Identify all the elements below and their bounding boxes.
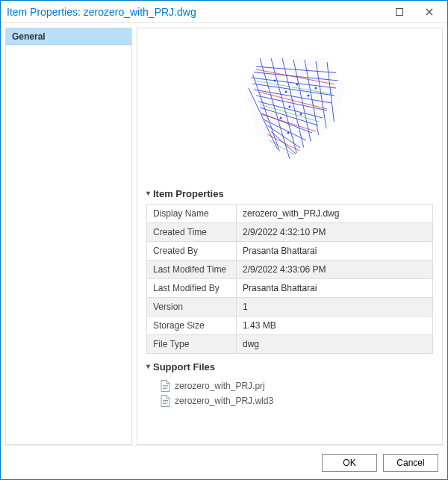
property-key: Display Name: [147, 205, 237, 223]
property-value: 1: [237, 298, 433, 317]
ok-button[interactable]: OK: [322, 454, 377, 472]
property-key: Last Modifed Time: [147, 261, 237, 279]
support-file-name: zerozero_with_PRJ.prj: [175, 381, 265, 391]
maximize-icon: [396, 8, 403, 16]
sidebar: General: [5, 28, 132, 445]
maximize-button[interactable]: [385, 1, 414, 22]
chevron-down-icon: ▾: [146, 362, 150, 370]
support-file-name: zerozero_with_PRJ.wld3: [175, 396, 273, 406]
dialog-footer: OK Cancel: [1, 445, 447, 479]
table-row: Created Time2/9/2022 4:32:10 PM: [147, 223, 433, 242]
property-value: 2/9/2022 4:33:06 PM: [237, 261, 433, 279]
section-item-properties[interactable]: ▾ Item Properties: [146, 188, 433, 199]
cancel-button[interactable]: Cancel: [383, 454, 438, 472]
dialog-window: Item Properties: zerozero_with_PRJ.dwg G…: [0, 0, 448, 480]
property-value: dwg: [237, 335, 433, 354]
properties-table: Display Namezerozero_with_PRJ.dwgCreated…: [146, 204, 433, 354]
svg-point-2: [274, 80, 276, 82]
svg-rect-12: [163, 387, 168, 387]
sidebar-tab-general[interactable]: General: [6, 28, 131, 45]
support-file-item[interactable]: zerozero_with_PRJ.wld3: [160, 393, 433, 408]
window-title: Item Properties: zerozero_with_PRJ.dwg: [7, 6, 385, 18]
svg-rect-16: [163, 403, 167, 404]
property-value: 1.43 MB: [237, 317, 433, 335]
property-key: Version: [147, 298, 237, 317]
close-icon: [426, 8, 433, 16]
svg-point-7: [280, 117, 282, 119]
section-title: Support Files: [153, 361, 215, 373]
property-key: Created Time: [147, 223, 237, 242]
close-button[interactable]: [414, 1, 444, 22]
item-thumbnail: [215, 51, 364, 163]
file-icon: [160, 395, 170, 407]
property-value: zerozero_with_PRJ.dwg: [237, 205, 433, 223]
title-bar: Item Properties: zerozero_with_PRJ.dwg: [1, 1, 447, 23]
table-row: Display Namezerozero_with_PRJ.dwg: [147, 205, 433, 223]
svg-point-5: [308, 95, 310, 97]
svg-point-8: [300, 113, 302, 116]
svg-point-3: [285, 91, 287, 93]
sidebar-tab-label: General: [12, 31, 46, 42]
content-pane: ▾ Item Properties Display Namezerozero_w…: [137, 28, 443, 445]
svg-rect-14: [163, 400, 168, 401]
property-key: File Type: [147, 335, 237, 354]
cancel-label: Cancel: [396, 458, 424, 468]
svg-rect-15: [163, 402, 168, 402]
property-value: Prasanta Bhattarai: [237, 279, 433, 298]
window-controls: [385, 1, 444, 22]
property-key: Last Modified By: [147, 279, 237, 298]
dialog-body: General: [1, 23, 447, 445]
table-row: Last Modified ByPrasanta Bhattarai: [147, 279, 433, 298]
property-key: Storage Size: [147, 317, 237, 335]
thumbnail-area: [146, 36, 433, 185]
table-row: Storage Size1.43 MB: [147, 317, 433, 335]
section-support-files[interactable]: ▾ Support Files: [146, 361, 433, 373]
chevron-down-icon: ▾: [146, 189, 150, 197]
svg-point-9: [287, 132, 290, 134]
property-key: Created By: [147, 242, 237, 261]
table-row: Created ByPrasanta Bhattarai: [147, 242, 433, 261]
svg-point-10: [315, 87, 317, 90]
property-value: 2/9/2022 4:32:10 PM: [237, 223, 433, 242]
support-files-list: zerozero_with_PRJ.prjzerozero_with_PRJ.w…: [146, 377, 433, 413]
support-file-item[interactable]: zerozero_with_PRJ.prj: [160, 378, 433, 393]
property-value: Prasanta Bhattarai: [237, 242, 433, 261]
table-row: Version1: [147, 298, 433, 317]
svg-point-6: [289, 106, 291, 108]
svg-rect-11: [163, 385, 168, 386]
table-row: Last Modifed Time2/9/2022 4:33:06 PM: [147, 261, 433, 279]
svg-point-4: [296, 84, 299, 86]
svg-rect-0: [396, 8, 403, 15]
file-icon: [160, 380, 170, 392]
section-title: Item Properties: [153, 188, 224, 199]
ok-label: OK: [343, 458, 355, 468]
table-row: File Typedwg: [147, 335, 433, 354]
svg-rect-13: [163, 388, 167, 389]
